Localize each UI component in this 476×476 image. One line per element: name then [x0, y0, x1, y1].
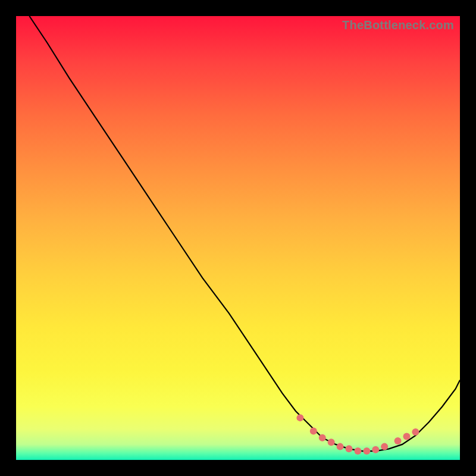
main-curve: [29, 16, 460, 451]
plot-area: TheBottleneck.com: [16, 16, 460, 460]
chart-svg: [16, 16, 460, 460]
valley-marker: [363, 447, 370, 455]
chart-frame: TheBottleneck.com: [0, 0, 476, 476]
valley-marker: [319, 434, 326, 441]
valley-marker: [372, 446, 379, 453]
valley-marker: [354, 447, 361, 455]
valley-marker: [403, 433, 410, 440]
valley-marker: [412, 428, 419, 436]
valley-marker: [337, 443, 344, 450]
valley-marker: [296, 414, 303, 421]
valley-marker: [346, 445, 353, 452]
valley-marker: [328, 439, 335, 446]
valley-markers: [296, 414, 419, 455]
valley-marker: [394, 437, 402, 444]
valley-marker: [381, 443, 388, 450]
valley-marker: [310, 428, 317, 435]
